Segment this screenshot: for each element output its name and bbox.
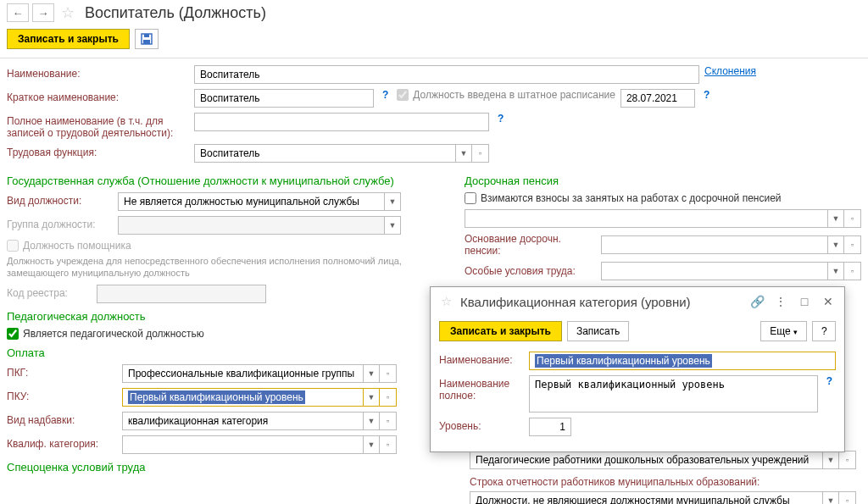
report-line-label: Строка отчетности работников муниципальн… <box>470 476 856 488</box>
position-group-label: Группа должности: <box>7 216 113 230</box>
pension-basis-input[interactable] <box>601 235 827 254</box>
dropdown-button[interactable]: ▼ <box>363 364 380 383</box>
labor-func-combo: ▼ ▫ <box>194 144 489 163</box>
open-button[interactable]: ▫ <box>380 435 397 454</box>
qualif-input[interactable] <box>122 435 363 454</box>
open-button[interactable]: ▫ <box>380 412 397 430</box>
dialog-level-input[interactable] <box>529 418 571 436</box>
dropdown-button[interactable]: ▼ <box>384 192 401 211</box>
in-staff-checkbox-wrap: Должность введена в штатное расписание <box>397 89 615 101</box>
full-name-label: Полное наименование (в т.ч. для записей … <box>7 113 189 139</box>
ped-header: Педагогическая должность <box>7 310 448 323</box>
qualif-label: Квалиф. категория: <box>7 435 117 450</box>
open-button[interactable]: ▫ <box>839 451 856 469</box>
short-name-input[interactable] <box>194 89 374 108</box>
dialog-full-label: Наименование полное: <box>439 375 524 402</box>
dropdown-button[interactable]: ▼ <box>363 435 380 454</box>
declensions-link[interactable]: Склонения <box>704 65 756 77</box>
star-icon[interactable]: ☆ <box>441 294 452 309</box>
pkg-input[interactable] <box>122 364 363 383</box>
dialog-title: Квалификационная категория (уровни) <box>460 295 743 309</box>
dialog-name-input[interactable]: Первый квалификационный уровень <box>529 352 836 370</box>
allowance-label: Вид надбавки: <box>7 412 117 426</box>
dialog-full-input[interactable]: Первый квалификационный уровень <box>529 375 818 413</box>
dialog-help-button[interactable]: ? <box>812 321 836 341</box>
payment-header: Оплата <box>7 346 448 359</box>
is-ped-checkbox[interactable] <box>7 328 19 340</box>
conditions-label: Особые условия труда: <box>465 265 596 277</box>
pension-field-1[interactable] <box>465 209 827 228</box>
dropdown-button[interactable]: ▼ <box>827 262 844 280</box>
open-button[interactable]: ▫ <box>844 209 861 228</box>
more-icon[interactable]: ⋮ <box>771 292 790 311</box>
dialog-level-label: Уровень: <box>439 418 524 432</box>
registry-input <box>97 285 266 303</box>
open-button[interactable]: ▫ <box>839 491 856 504</box>
dialog-save-close-button[interactable]: Записать и закрыть <box>439 321 562 341</box>
pension-basis-label: Основание досрочн. пенсии: <box>465 233 596 257</box>
dialog-save-button[interactable]: Записать <box>567 321 629 341</box>
svg-rect-1 <box>144 34 149 37</box>
assistant-checkbox <box>7 240 19 252</box>
labor-func-input[interactable] <box>194 144 455 163</box>
open-button[interactable]: ▫ <box>380 364 397 383</box>
is-ped-label: Является педагогической должностью <box>23 328 204 340</box>
ped-workers-row: ▼ ▫ <box>470 451 856 469</box>
dropdown-button[interactable]: ▼ <box>363 388 380 407</box>
in-staff-date-input[interactable] <box>620 89 695 108</box>
help-icon[interactable]: ? <box>379 89 392 101</box>
action-bar: Записать и закрыть <box>0 25 868 58</box>
back-button[interactable]: ← <box>7 3 29 22</box>
floppy-icon <box>141 33 153 45</box>
assessment-header: Спецоценка условий труда <box>7 461 448 474</box>
registry-label: Код реестра: <box>7 285 92 299</box>
dropdown-button[interactable]: ▼ <box>384 216 401 235</box>
open-button[interactable]: ▫ <box>844 235 861 254</box>
in-staff-checkbox <box>397 89 409 101</box>
pku-label: ПКУ: <box>7 388 117 402</box>
open-button[interactable]: ▫ <box>472 144 489 163</box>
contrib-label: Взимаются взносы за занятых на работах с… <box>481 192 782 204</box>
conditions-input[interactable] <box>601 262 827 280</box>
assistant-label: Должность помощника <box>23 240 131 252</box>
allowance-input[interactable] <box>122 412 363 430</box>
contrib-checkbox[interactable] <box>465 192 476 204</box>
help-icon[interactable]: ? <box>494 113 507 125</box>
open-button[interactable]: ▫ <box>844 262 861 280</box>
dropdown-button[interactable]: ▼ <box>822 491 839 504</box>
page-title: Воспитатель (Должность) <box>85 4 266 22</box>
dropdown-button[interactable]: ▼ <box>363 412 380 430</box>
dialog-name-label: Наименование: <box>439 352 524 366</box>
star-icon[interactable]: ☆ <box>61 3 75 22</box>
pku-input[interactable]: Первый квалификационный уровень <box>122 388 363 407</box>
pkg-label: ПКГ: <box>7 364 117 379</box>
help-icon[interactable]: ? <box>823 375 836 387</box>
assistant-note: Должность учреждена для непосредственног… <box>7 255 448 280</box>
position-group-input <box>118 216 384 235</box>
link-icon[interactable]: 🔗 <box>748 292 766 311</box>
forward-button[interactable]: → <box>32 3 54 22</box>
gov-service-header: Государственная служба (Отношение должно… <box>7 174 448 187</box>
help-icon[interactable]: ? <box>700 89 713 101</box>
nav-toolbar: ← → ☆ Воспитатель (Должность) <box>0 0 868 25</box>
dropdown-button[interactable]: ▼ <box>827 235 844 254</box>
maximize-icon[interactable]: □ <box>795 292 814 311</box>
ped-workers-input[interactable] <box>470 451 822 469</box>
dropdown-button[interactable]: ▼ <box>822 451 839 469</box>
open-button[interactable]: ▫ <box>380 388 397 407</box>
name-input[interactable] <box>194 65 699 84</box>
save-icon-button[interactable] <box>135 29 159 49</box>
in-staff-label: Должность введена в штатное расписание <box>413 89 615 101</box>
full-name-input[interactable] <box>194 113 489 131</box>
close-icon[interactable]: ✕ <box>819 292 837 311</box>
short-name-label: Краткое наименование: <box>7 89 189 103</box>
dropdown-button[interactable]: ▼ <box>827 209 844 228</box>
report-line-input[interactable] <box>470 491 822 504</box>
pension-header: Досрочная пенсия <box>465 174 861 187</box>
svg-rect-2 <box>143 40 150 44</box>
save-close-button[interactable]: Записать и закрыть <box>7 29 130 49</box>
position-type-input[interactable] <box>118 192 384 211</box>
dropdown-button[interactable]: ▼ <box>455 144 472 163</box>
labor-func-label: Трудовая функция: <box>7 144 189 158</box>
dialog-more-button[interactable]: Еще ▾ <box>760 321 807 341</box>
